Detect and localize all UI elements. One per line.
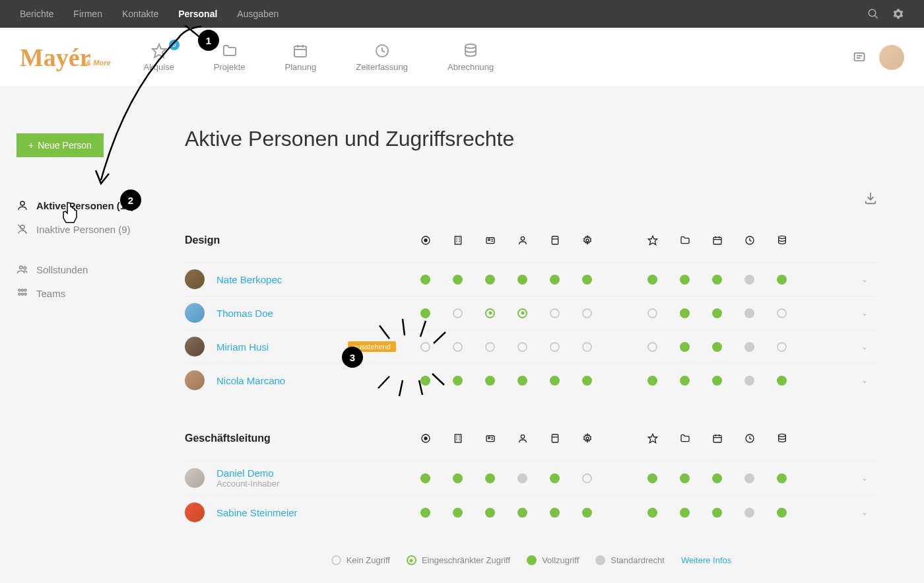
top-nav-firmen[interactable]: Firmen [73,9,102,19]
perm-cell[interactable] [701,376,733,386]
perm-cell[interactable] [474,508,506,518]
gear-icon[interactable] [892,8,904,20]
expand-button[interactable]: ⌄ [851,376,878,385]
sidebar-item[interactable]: Sollstunden [16,257,162,281]
perm-cell[interactable] [539,308,571,318]
perm-cell[interactable] [669,508,701,518]
main-nav-projekte[interactable]: Projekte [214,43,246,72]
perm-cell[interactable] [506,342,539,352]
perm-cell[interactable] [669,308,701,318]
top-nav-berichte[interactable]: Berichte [20,9,53,19]
perm-cell[interactable] [539,508,571,518]
perm-dot-full [420,376,430,386]
perm-cell[interactable] [636,473,669,483]
expand-button[interactable]: ⌄ [851,275,878,284]
person-link[interactable]: Thomas Doe [216,308,273,319]
perm-cell[interactable] [474,342,506,352]
perm-cell[interactable] [766,342,798,352]
expand-button[interactable]: ⌄ [851,508,878,517]
perm-cell[interactable] [474,308,506,318]
add-user-button[interactable]: + Neue Person [16,133,104,157]
person-link[interactable]: Nicola Marcano [216,375,285,386]
perm-cell[interactable] [506,275,539,285]
perm-cell[interactable] [636,342,669,352]
main-nav-planung[interactable]: Planung [285,43,317,72]
perm-cell[interactable] [733,473,766,483]
download-icon[interactable] [863,191,878,205]
perm-cell[interactable] [733,508,766,518]
top-nav-ausgaben[interactable]: Ausgaben [237,9,279,19]
perm-cell[interactable] [733,308,766,318]
perm-cell[interactable] [442,376,474,386]
expand-button[interactable]: ⌄ [851,308,878,318]
perm-cell[interactable] [766,473,798,483]
perm-cell[interactable] [409,508,442,518]
perm-cell[interactable] [701,342,733,352]
perm-cell[interactable] [636,275,669,285]
perm-cell[interactable] [766,376,798,386]
perm-cell[interactable] [409,342,442,352]
perm-cell[interactable] [409,473,442,483]
perm-cell[interactable] [474,275,506,285]
perm-cell[interactable] [409,275,442,285]
legend-more-link[interactable]: Weitere Infos [681,555,731,565]
perm-cell[interactable] [506,508,539,518]
perm-cell[interactable] [669,342,701,352]
perm-cell[interactable] [539,473,571,483]
perm-cell[interactable] [442,508,474,518]
perm-cell[interactable] [409,308,442,318]
perm-cell[interactable] [701,473,733,483]
perm-cell[interactable] [539,275,571,285]
perm-cell[interactable] [669,275,701,285]
perm-cell[interactable] [701,275,733,285]
perm-cell[interactable] [539,376,571,386]
perm-cell[interactable] [409,376,442,386]
perm-cell[interactable] [636,308,669,318]
perm-cell[interactable] [733,342,766,352]
perm-cell[interactable] [506,308,539,318]
perm-cell[interactable] [766,308,798,318]
message-icon[interactable] [853,51,866,64]
main-nav-zeiterfassung[interactable]: Zeiterfassung [356,43,408,72]
perm-cell[interactable] [506,376,539,386]
perm-cell[interactable] [571,473,603,483]
person-link[interactable]: Nate Berkopec [216,274,282,285]
perm-cell[interactable] [636,508,669,518]
perm-cell[interactable] [701,508,733,518]
search-icon[interactable] [867,8,879,20]
perm-cell[interactable] [701,308,733,318]
avatar[interactable] [879,45,904,70]
perm-cell[interactable] [442,473,474,483]
perm-cell[interactable] [539,342,571,352]
perm-cell[interactable] [669,376,701,386]
person-link[interactable]: Miriam Husi [216,341,269,353]
perm-cell[interactable] [442,308,474,318]
perm-cell[interactable] [733,275,766,285]
perm-cell[interactable] [506,473,539,483]
perm-cell[interactable] [474,473,506,483]
expand-button[interactable]: ⌄ [851,342,878,351]
perm-cell[interactable] [474,376,506,386]
sidebar-item[interactable]: Teams [16,281,162,305]
expand-button[interactable]: ⌄ [851,473,878,483]
main-nav-akquise[interactable]: 6Akquise [144,43,174,72]
perm-cell[interactable] [571,308,603,318]
top-nav-kontakte[interactable]: Kontakte [122,9,158,19]
name-cell: Miriam Husiausstehend [185,337,409,357]
perm-cell[interactable] [733,376,766,386]
perm-cell[interactable] [669,473,701,483]
perm-cell[interactable] [442,275,474,285]
perm-cell[interactable] [571,508,603,518]
person-link[interactable]: Sabine Steinmeier [216,507,298,518]
person-link[interactable]: Daniel Demo [216,467,279,479]
perm-cell[interactable] [766,508,798,518]
top-nav-personal[interactable]: Personal [178,9,217,19]
perm-cell[interactable] [636,376,669,386]
perm-cell[interactable] [766,275,798,285]
main-nav-abrechnung[interactable]: Abrechnung [447,43,494,72]
sidebar-item[interactable]: Inaktive Personen (9) [16,217,162,241]
perm-cell[interactable] [571,376,603,386]
perm-cell[interactable] [571,275,603,285]
perm-cell[interactable] [571,342,603,352]
perm-cell[interactable] [442,342,474,352]
